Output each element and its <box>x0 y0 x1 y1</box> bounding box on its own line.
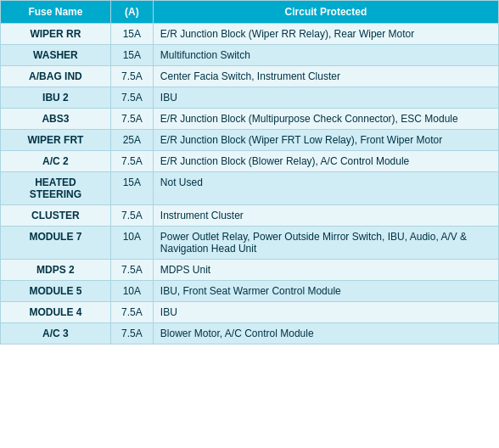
circuit-cell: MDPS Unit <box>153 260 498 281</box>
table-row: MODULE 47.5AIBU <box>1 302 499 323</box>
table-row: MODULE 510AIBU, Front Seat Warmer Contro… <box>1 281 499 302</box>
fuse-name-cell: MODULE 7 <box>1 227 111 260</box>
table-row: A/BAG IND7.5ACenter Facia Switch, Instru… <box>1 66 499 87</box>
circuit-cell: E/R Junction Block (Multipurpose Check C… <box>153 109 498 130</box>
fuse-name-cell: A/BAG IND <box>1 66 111 87</box>
amperage-cell: 7.5A <box>110 87 153 109</box>
fuse-name-cell: A/C 3 <box>1 323 111 344</box>
amperage-cell: 7.5A <box>110 151 153 172</box>
circuit-cell: Multifunction Switch <box>153 45 498 66</box>
fuse-name-cell: ABS3 <box>1 109 111 130</box>
fuse-name-cell: WIPER FRT <box>1 130 111 151</box>
fuse-name-cell: MODULE 5 <box>1 281 111 302</box>
table-row: WIPER FRT25AE/R Junction Block (Wiper FR… <box>1 130 499 151</box>
fuse-name-cell: CLUSTER <box>1 205 111 227</box>
table-row: ABS37.5AE/R Junction Block (Multipurpose… <box>1 109 499 130</box>
amperage-cell: 15A <box>110 24 153 45</box>
table-row: WIPER RR15AE/R Junction Block (Wiper RR … <box>1 24 499 45</box>
amperage-cell: 25A <box>110 130 153 151</box>
fuse-name-cell: IBU 2 <box>1 87 111 109</box>
header-circuit: Circuit Protected <box>153 1 498 24</box>
fuse-table: Fuse Name (A) Circuit Protected WIPER RR… <box>0 0 499 344</box>
circuit-cell: IBU, Front Seat Warmer Control Module <box>153 281 498 302</box>
circuit-cell: E/R Junction Block (Blower Relay), A/C C… <box>153 151 498 172</box>
amperage-cell: 10A <box>110 227 153 260</box>
circuit-cell: E/R Junction Block (Wiper FRT Low Relay)… <box>153 130 498 151</box>
circuit-cell: Not Used <box>153 172 498 205</box>
amperage-cell: 15A <box>110 45 153 66</box>
amperage-cell: 10A <box>110 281 153 302</box>
table-row: WASHER15AMultifunction Switch <box>1 45 499 66</box>
header-fuse-name: Fuse Name <box>1 1 111 24</box>
amperage-cell: 7.5A <box>110 260 153 281</box>
table-row: MODULE 710APower Outlet Relay, Power Out… <box>1 227 499 260</box>
circuit-cell: E/R Junction Block (Wiper RR Relay), Rea… <box>153 24 498 45</box>
header-amperage: (A) <box>110 1 153 24</box>
table-row: HEATED STEERING15ANot Used <box>1 172 499 205</box>
circuit-cell: IBU <box>153 302 498 323</box>
circuit-cell: Instrument Cluster <box>153 205 498 227</box>
fuse-name-cell: A/C 2 <box>1 151 111 172</box>
amperage-cell: 7.5A <box>110 323 153 344</box>
fuse-name-cell: WASHER <box>1 45 111 66</box>
circuit-cell: Power Outlet Relay, Power Outside Mirror… <box>153 227 498 260</box>
table-row: IBU 27.5AIBU <box>1 87 499 109</box>
fuse-name-cell: WIPER RR <box>1 24 111 45</box>
amperage-cell: 15A <box>110 172 153 205</box>
circuit-cell: Center Facia Switch, Instrument Cluster <box>153 66 498 87</box>
fuse-name-cell: MDPS 2 <box>1 260 111 281</box>
amperage-cell: 7.5A <box>110 66 153 87</box>
amperage-cell: 7.5A <box>110 205 153 227</box>
table-row: MDPS 27.5AMDPS Unit <box>1 260 499 281</box>
circuit-cell: Blower Motor, A/C Control Module <box>153 323 498 344</box>
fuse-name-cell: HEATED STEERING <box>1 172 111 205</box>
amperage-cell: 7.5A <box>110 109 153 130</box>
table-row: CLUSTER7.5AInstrument Cluster <box>1 205 499 227</box>
table-row: A/C 27.5AE/R Junction Block (Blower Rela… <box>1 151 499 172</box>
amperage-cell: 7.5A <box>110 302 153 323</box>
table-row: A/C 37.5ABlower Motor, A/C Control Modul… <box>1 323 499 344</box>
circuit-cell: IBU <box>153 87 498 109</box>
fuse-name-cell: MODULE 4 <box>1 302 111 323</box>
